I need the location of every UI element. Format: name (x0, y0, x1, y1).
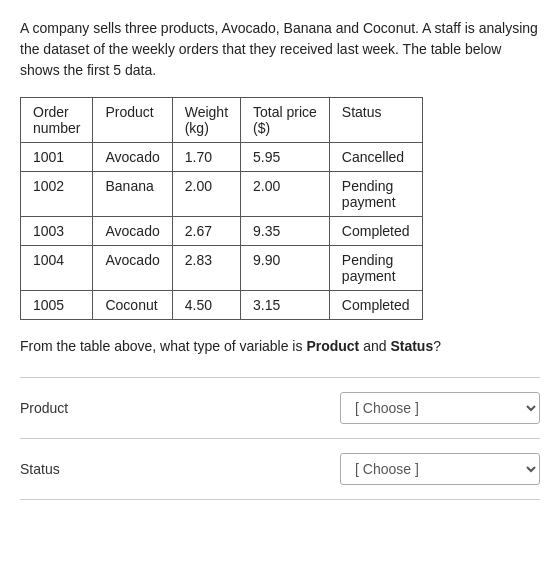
cell-status: Completed (329, 291, 422, 320)
product-answer-row: Product [ Choose ] Categorical Numerical… (20, 378, 540, 439)
cell-product: Avocado (93, 143, 172, 172)
cell-order: 1001 (21, 143, 93, 172)
product-label: Product (20, 400, 200, 416)
cell-price: 2.00 (241, 172, 330, 217)
cell-weight: 2.00 (172, 172, 240, 217)
col-order-number: Ordernumber (21, 98, 93, 143)
cell-weight: 2.83 (172, 246, 240, 291)
cell-status: Pendingpayment (329, 172, 422, 217)
question-text: From the table above, what type of varia… (20, 336, 540, 357)
status-bold: Status (390, 338, 433, 354)
table-row: 1002 Banana 2.00 2.00 Pendingpayment (21, 172, 423, 217)
table-row: 1004 Avocado 2.83 9.90 Pendingpayment (21, 246, 423, 291)
cell-product: Banana (93, 172, 172, 217)
cell-status: Cancelled (329, 143, 422, 172)
col-status: Status (329, 98, 422, 143)
status-select[interactable]: [ Choose ] Categorical Numerical Ordinal… (340, 453, 540, 485)
status-label: Status (20, 461, 200, 477)
cell-product: Avocado (93, 217, 172, 246)
product-select[interactable]: [ Choose ] Categorical Numerical Ordinal… (340, 392, 540, 424)
cell-product: Coconut (93, 291, 172, 320)
cell-weight: 1.70 (172, 143, 240, 172)
col-total-price: Total price($) (241, 98, 330, 143)
cell-order: 1005 (21, 291, 93, 320)
cell-weight: 4.50 (172, 291, 240, 320)
data-table: Ordernumber Product Weight(kg) Total pri… (20, 97, 423, 320)
cell-order: 1004 (21, 246, 93, 291)
table-row: 1001 Avocado 1.70 5.95 Cancelled (21, 143, 423, 172)
cell-status: Completed (329, 217, 422, 246)
cell-order: 1003 (21, 217, 93, 246)
intro-text: A company sells three products, Avocado,… (20, 18, 540, 81)
cell-price: 9.90 (241, 246, 330, 291)
cell-status: Pendingpayment (329, 246, 422, 291)
product-bold: Product (306, 338, 359, 354)
col-product: Product (93, 98, 172, 143)
status-answer-row: Status [ Choose ] Categorical Numerical … (20, 439, 540, 500)
answer-section: Product [ Choose ] Categorical Numerical… (20, 377, 540, 500)
cell-price: 9.35 (241, 217, 330, 246)
cell-weight: 2.67 (172, 217, 240, 246)
cell-price: 3.15 (241, 291, 330, 320)
cell-product: Avocado (93, 246, 172, 291)
cell-order: 1002 (21, 172, 93, 217)
col-weight: Weight(kg) (172, 98, 240, 143)
table-row: 1003 Avocado 2.67 9.35 Completed (21, 217, 423, 246)
cell-price: 5.95 (241, 143, 330, 172)
table-row: 1005 Coconut 4.50 3.15 Completed (21, 291, 423, 320)
